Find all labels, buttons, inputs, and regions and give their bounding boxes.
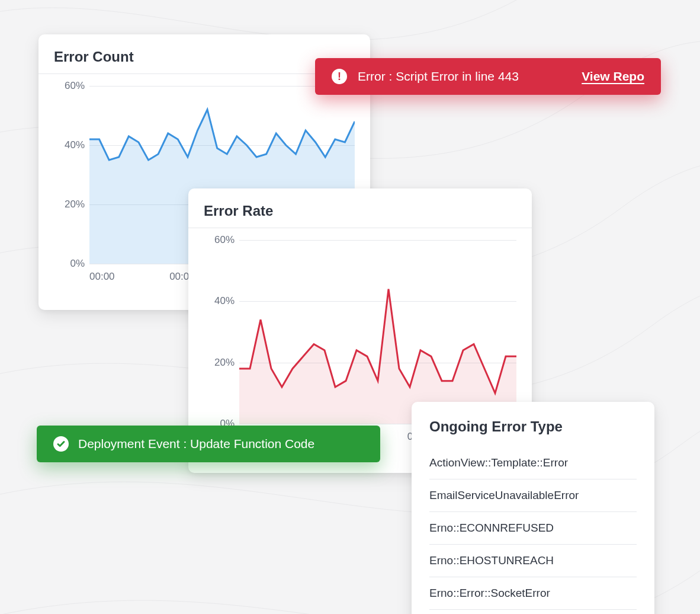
card-title: Error Count — [54, 49, 355, 65]
y-tick-label: 0% — [54, 258, 85, 270]
list-title: Ongoing Error Type — [429, 418, 637, 435]
y-tick-label: 40% — [204, 295, 235, 307]
list-item[interactable]: EmailServiceUnavailableError — [429, 479, 637, 512]
list-item[interactable]: Erno::Error::SocketError — [429, 577, 637, 610]
success-banner-message: Deployment Event : Update Function Code — [78, 437, 314, 451]
success-banner: Deployment Event : Update Function Code — [37, 426, 380, 462]
y-tick-label: 20% — [204, 357, 235, 369]
ongoing-error-card: Ongoing Error Type ActionView::Template:… — [412, 402, 654, 614]
card-title: Error Rate — [204, 203, 516, 219]
list-item[interactable]: ActionView::Template::Error — [429, 447, 637, 479]
list-item[interactable]: Erno::ECONNREFUSED — [429, 512, 637, 545]
ongoing-error-list: ActionView::Template::ErrorEmailServiceU… — [429, 447, 637, 610]
x-tick-label: 00:00 — [89, 271, 115, 283]
error-banner: ! Error : Script Error in line 443 View … — [315, 58, 661, 95]
y-tick-label: 60% — [54, 80, 85, 92]
list-item-label: Erno::ECONNREFUSED — [429, 522, 554, 534]
list-item-label: EmailServiceUnavailableError — [429, 489, 579, 501]
view-repo-link[interactable]: View Repo — [582, 69, 644, 84]
list-item-label: Erno::Error::SocketError — [429, 587, 550, 599]
list-item-label: Erno::EHOSTUNREACH — [429, 554, 554, 567]
divider — [188, 228, 532, 228]
check-icon — [53, 436, 69, 452]
list-item-label: ActionView::Template::Error — [429, 456, 568, 469]
y-tick-label: 20% — [54, 199, 85, 210]
list-item[interactable]: Erno::EHOSTUNREACH — [429, 545, 637, 577]
y-tick-label: 40% — [54, 139, 85, 151]
error-banner-message: Error : Script Error in line 443 — [358, 69, 571, 84]
y-tick-label: 60% — [204, 234, 235, 246]
alert-icon: ! — [332, 69, 347, 84]
chart-line — [239, 240, 516, 424]
